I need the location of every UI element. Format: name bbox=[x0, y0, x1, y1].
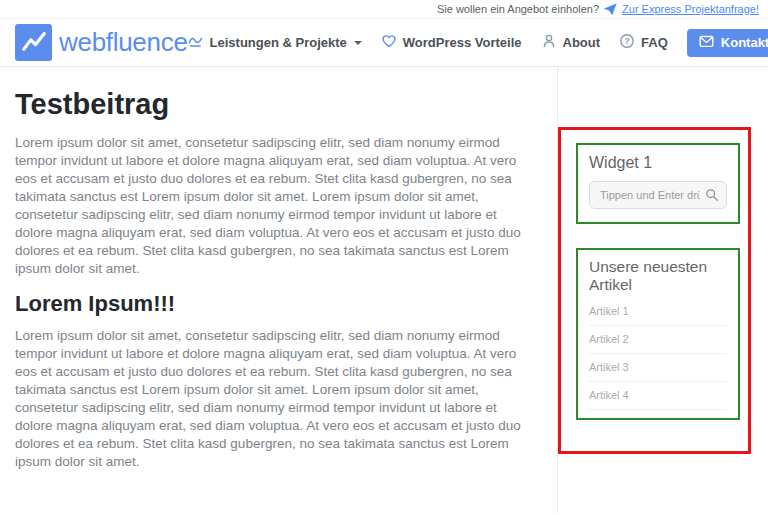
paper-plane-icon bbox=[604, 3, 617, 16]
page-title: Testbeitrag bbox=[15, 88, 531, 121]
list-item-artikel-2[interactable]: Artikel 2 bbox=[589, 326, 727, 354]
widget-title: Unsere neuesten Artikel bbox=[589, 258, 727, 294]
search-field-wrap bbox=[589, 181, 727, 209]
cta-label: Kontakt bbox=[721, 35, 768, 50]
sidebar: Widget 1 Unsere neuesten Artikel Artikel… bbox=[557, 67, 768, 514]
nav-item-leistungen-projekte[interactable]: Leistungen & Projekte bbox=[188, 33, 362, 52]
express-request-link[interactable]: Zur Express Projektanfrage! bbox=[622, 3, 759, 15]
brand-logo[interactable]: webfluence bbox=[15, 24, 188, 61]
list-item-artikel-1[interactable]: Artikel 1 bbox=[589, 298, 727, 326]
latest-articles-widget: Unsere neuesten Artikel Artikel 1 Artike… bbox=[576, 248, 740, 420]
article-content: Testbeitrag Lorem ipsum dolor sit amet, … bbox=[0, 67, 557, 514]
kontakt-button[interactable]: Kontakt bbox=[687, 29, 768, 57]
brand-name: webfluence bbox=[59, 27, 188, 58]
article-subtitle: Lorem Ipsum!!! bbox=[15, 291, 531, 317]
annotation-box-red: Widget 1 Unsere neuesten Artikel Artikel… bbox=[558, 127, 751, 454]
nav-item-about[interactable]: About bbox=[541, 33, 601, 52]
scribble-icon bbox=[188, 33, 204, 52]
envelope-icon bbox=[699, 35, 714, 51]
search-widget: Widget 1 bbox=[576, 143, 740, 224]
announcement-bar: Sie wollen ein Angebot einholen? Zur Exp… bbox=[0, 0, 768, 19]
announcement-text: Sie wollen ein Angebot einholen? bbox=[437, 3, 599, 15]
site-header: webfluence Leistungen & Projekte WordPre… bbox=[0, 19, 768, 67]
article-paragraph: Lorem ipsum dolor sit amet, consetetur s… bbox=[15, 327, 531, 471]
nav-label: WordPress Vorteile bbox=[403, 35, 522, 50]
main-nav: Leistungen & Projekte WordPress Vorteile… bbox=[188, 29, 768, 57]
nav-item-faq[interactable]: ? FAQ bbox=[619, 33, 668, 52]
latest-articles-list: Artikel 1 Artikel 2 Artikel 3 Artikel 4 … bbox=[589, 298, 727, 420]
list-item-artikel-4[interactable]: Artikel 4 bbox=[589, 382, 727, 410]
article-paragraph: Lorem ipsum dolor sit amet, consetetur s… bbox=[15, 134, 531, 278]
line-chart-icon bbox=[15, 24, 52, 61]
question-circle-icon: ? bbox=[619, 33, 635, 52]
list-item-artikel-5[interactable]: Artikel 5 bbox=[589, 410, 727, 420]
heart-icon bbox=[381, 33, 397, 52]
magnifier-icon[interactable] bbox=[705, 188, 719, 206]
page-body: Testbeitrag Lorem ipsum dolor sit amet, … bbox=[0, 67, 768, 514]
list-item-artikel-3[interactable]: Artikel 3 bbox=[589, 354, 727, 382]
person-icon bbox=[541, 33, 557, 52]
svg-text:?: ? bbox=[624, 36, 629, 46]
chevron-down-icon bbox=[354, 41, 362, 45]
nav-item-wordpress-vorteile[interactable]: WordPress Vorteile bbox=[381, 33, 522, 52]
nav-label: Leistungen & Projekte bbox=[210, 35, 347, 50]
nav-label: About bbox=[563, 35, 601, 50]
widget-title: Widget 1 bbox=[589, 154, 727, 172]
nav-label: FAQ bbox=[641, 35, 668, 50]
